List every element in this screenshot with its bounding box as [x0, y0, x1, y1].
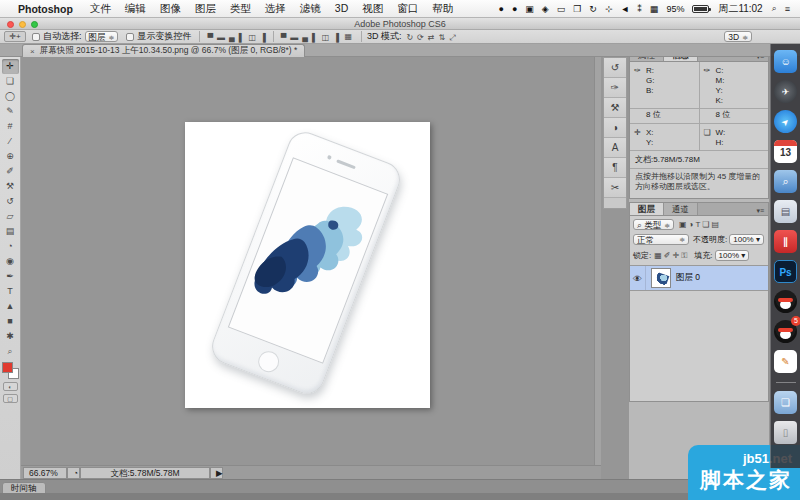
- move-tool-badge[interactable]: ✛+: [4, 31, 26, 42]
- character-panel-icon[interactable]: A: [604, 138, 626, 158]
- 3d-scale-icon[interactable]: ⤢: [448, 32, 456, 43]
- lock-move-icon[interactable]: ✛: [673, 251, 680, 260]
- clone-source-panel-icon[interactable]: ⚒: [604, 98, 626, 118]
- finder-dock-icon[interactable]: [774, 50, 797, 73]
- auto-select-checkbox[interactable]: [32, 33, 40, 41]
- close-document-icon[interactable]: ×: [30, 47, 35, 56]
- type-tool[interactable]: T: [2, 284, 19, 299]
- shape-filter-icon[interactable]: ❏: [702, 220, 709, 229]
- windows-app-dock-icon[interactable]: [774, 200, 797, 223]
- menu-item-9[interactable]: 视图: [362, 2, 383, 14]
- menu-item-5[interactable]: 类型: [230, 2, 251, 14]
- marquee-tool[interactable]: ❏: [2, 74, 19, 89]
- opacity-value[interactable]: 100% ▾: [729, 234, 764, 245]
- tool-presets-panel-icon[interactable]: ✂: [604, 178, 626, 198]
- document-canvas[interactable]: [185, 122, 430, 408]
- auto-select-dropdown[interactable]: 图层≑: [85, 31, 119, 42]
- gradient-tool[interactable]: ▤: [2, 224, 19, 239]
- zoom-tool[interactable]: ⌕: [2, 344, 19, 359]
- layer-visibility-icon[interactable]: 👁: [630, 266, 646, 290]
- clone-stamp-tool[interactable]: ⚒: [2, 179, 19, 194]
- smart-object-filter-icon[interactable]: ▤: [711, 220, 719, 229]
- lasso-tool[interactable]: ◯: [2, 89, 19, 104]
- align-bottom-icon[interactable]: ▄: [228, 32, 236, 43]
- brush-panel-icon[interactable]: ✑: [604, 78, 626, 98]
- crop-tool[interactable]: #: [2, 119, 19, 134]
- 3d-roll-icon[interactable]: ⟳: [416, 32, 425, 43]
- tab-layers[interactable]: 图层: [630, 203, 664, 215]
- parallels-dock-icon[interactable]: [774, 230, 797, 253]
- move-tool[interactable]: ✛: [2, 59, 19, 74]
- zoom-level-field[interactable]: 66.67%: [23, 467, 67, 479]
- airplay-icon[interactable]: ⊹: [605, 4, 613, 14]
- safari-dock-icon[interactable]: [774, 110, 797, 133]
- document-tab[interactable]: × 屏幕快照 2015-10-13 上午10.34.50.png @ 66.7%…: [22, 44, 305, 57]
- menu-item-10[interactable]: 窗口: [397, 2, 418, 14]
- lock-all-icon[interactable]: ⚿: [681, 251, 687, 260]
- preview-dock-icon[interactable]: [774, 170, 797, 193]
- dodge-tool[interactable]: ◉: [2, 254, 19, 269]
- notification-icon[interactable]: ≡: [785, 4, 790, 14]
- layer-thumbnail[interactable]: [651, 268, 671, 288]
- menubar-clock[interactable]: 周二11:02: [718, 2, 762, 16]
- type-filter-icon[interactable]: T: [695, 220, 700, 229]
- menu-item-8[interactable]: 3D: [335, 2, 348, 14]
- trash-dock-icon[interactable]: [774, 421, 797, 444]
- dist-vcenter-icon[interactable]: ▬: [289, 32, 299, 43]
- foreground-color-swatch[interactable]: [2, 362, 13, 373]
- canvas-area[interactable]: [21, 57, 601, 465]
- history-panel-icon[interactable]: ↺: [604, 58, 626, 78]
- path-select-tool[interactable]: ▲: [2, 299, 19, 314]
- calendar-dock-icon[interactable]: 13: [774, 140, 797, 163]
- auto-align-icon[interactable]: ▦: [342, 31, 355, 42]
- blend-mode-dropdown[interactable]: 正常≑: [633, 234, 689, 245]
- dist-left-icon[interactable]: ▌: [311, 32, 319, 43]
- app-b-icon[interactable]: ●: [512, 4, 517, 14]
- menu-item-1[interactable]: 文件: [90, 2, 111, 14]
- quick-mask-button[interactable]: ◐: [3, 382, 18, 391]
- dist-top-icon[interactable]: ▀: [280, 32, 288, 43]
- menu-item-2[interactable]: 编辑: [125, 2, 146, 14]
- layer-name[interactable]: 图层 0: [676, 272, 700, 284]
- layer-row[interactable]: 👁 图层 0: [630, 265, 768, 291]
- dist-bottom-icon[interactable]: ▄: [301, 32, 309, 43]
- align-left-icon[interactable]: ▌: [238, 32, 246, 43]
- input-grid-icon[interactable]: ▦: [650, 4, 659, 14]
- workspace-switcher[interactable]: 3D≑: [724, 31, 752, 42]
- eraser-tool[interactable]: ▱: [2, 209, 19, 224]
- 3d-rotate-icon[interactable]: ↻: [405, 32, 414, 43]
- sync-icon[interactable]: ↻: [589, 4, 597, 14]
- dist-right-icon[interactable]: ▐: [332, 32, 340, 43]
- show-transform-checkbox[interactable]: [126, 33, 134, 41]
- photoshop-dock-icon[interactable]: Ps: [774, 260, 797, 283]
- 3d-pan-icon[interactable]: ⇄: [427, 32, 436, 43]
- quick-select-tool[interactable]: ✎: [2, 104, 19, 119]
- align-top-icon[interactable]: ▀: [206, 32, 214, 43]
- shield-icon[interactable]: ◈: [542, 4, 549, 14]
- keyboard-icon[interactable]: ▣: [525, 4, 534, 14]
- display-icon[interactable]: ▭: [557, 4, 566, 14]
- wifi-icon[interactable]: ⁑: [637, 4, 642, 14]
- volume-icon[interactable]: ◄: [620, 4, 629, 14]
- layers-empty-area[interactable]: [630, 291, 768, 401]
- qq2-dock-icon[interactable]: 5: [774, 320, 797, 343]
- launchpad-dock-icon[interactable]: [774, 80, 797, 103]
- align-vcenter-icon[interactable]: ▬: [216, 32, 226, 43]
- app-a-icon[interactable]: ●: [498, 4, 503, 14]
- layer-filter-dropdown[interactable]: ⌕ 类型≑: [633, 219, 674, 230]
- hand-tool[interactable]: ✱: [2, 329, 19, 344]
- tab-channels[interactable]: 通道: [664, 203, 698, 215]
- app-menu[interactable]: Photoshop: [18, 3, 73, 15]
- screen-mode-button[interactable]: ▢: [3, 394, 18, 403]
- adjustment-filter-icon[interactable]: ◑: [689, 220, 694, 229]
- dist-hcenter-icon[interactable]: ◫: [321, 32, 331, 43]
- brush-tool[interactable]: ✐: [2, 164, 19, 179]
- spotlight-icon[interactable]: ⌕: [772, 3, 777, 14]
- downloads-dock-icon[interactable]: [774, 391, 797, 414]
- healing-brush-tool[interactable]: ⊕: [2, 149, 19, 164]
- history-brush-tool[interactable]: ↺: [2, 194, 19, 209]
- copy-icon[interactable]: ❐: [573, 4, 581, 14]
- layers-panel-menu-icon[interactable]: ▾≡: [752, 207, 768, 215]
- paragraph-panel-icon[interactable]: ¶: [604, 158, 626, 178]
- align-right-icon[interactable]: ▐: [259, 32, 267, 43]
